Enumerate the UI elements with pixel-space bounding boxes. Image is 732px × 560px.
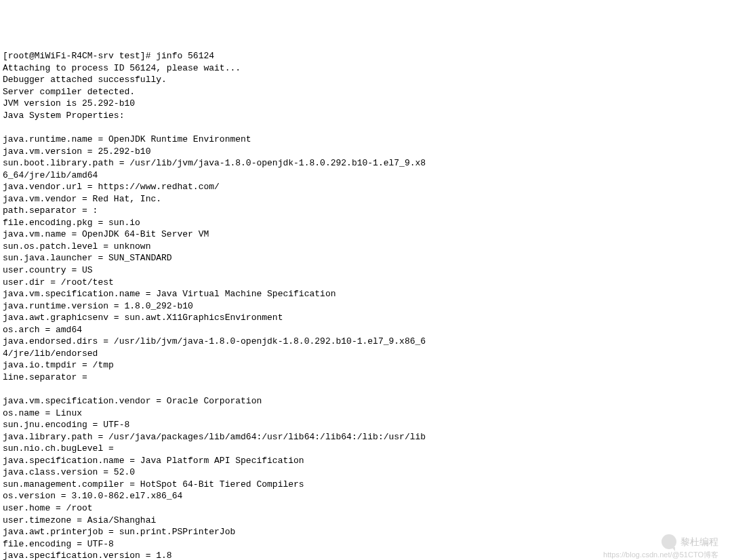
terminal-line: Debugger attached successfully. (3, 74, 729, 86)
terminal-line: java.vm.name = OpenJDK 64-Bit Server VM (3, 228, 729, 241)
terminal-line: java.class.version = 52.0 (3, 466, 729, 479)
terminal-line: line.separator = (3, 372, 729, 384)
terminal-line: java.vm.specification.vendor = Oracle Co… (3, 395, 729, 407)
terminal-line: file.encoding.pkg = sun.io (3, 217, 729, 229)
terminal-line: Java System Properties: (3, 110, 729, 122)
terminal-output: [root@MiWiFi-R4CM-srv test]# jinfo 56124… (3, 50, 729, 560)
terminal-line: user.timezone = Asia/Shanghai (3, 515, 729, 527)
terminal-line: Attaching to process ID 56124, please wa… (3, 62, 729, 75)
terminal-line (3, 384, 729, 396)
terminal-line: [root@MiWiFi-R4CM-srv test]# jinfo 56124 (3, 50, 729, 62)
terminal-line: user.dir = /root/test (3, 277, 729, 289)
watermark: 黎杜编程 (662, 534, 718, 549)
terminal-line: java.runtime.version = 1.8.0_292-b10 (3, 300, 729, 313)
terminal-line: java.vm.version = 25.292-b10 (3, 146, 729, 158)
terminal-line: java.vm.specification.name = Java Virtua… (3, 288, 729, 300)
terminal-line: sun.jnu.encoding = UTF-8 (3, 419, 729, 431)
terminal-line: sun.management.compiler = HotSpot 64-Bit… (3, 479, 729, 491)
terminal-line: java.vendor.url = https://www.redhat.com… (3, 181, 729, 193)
terminal-line: sun.boot.library.path = /usr/lib/jvm/jav… (3, 157, 729, 169)
terminal-line: java.runtime.name = OpenJDK Runtime Envi… (3, 134, 729, 146)
terminal-line: java.specification.name = Java Platform … (3, 455, 729, 467)
terminal-line: file.encoding = UTF-8 (3, 538, 729, 551)
terminal-line: user.country = US (3, 264, 729, 277)
terminal-line: 4/jre/lib/endorsed (3, 348, 729, 360)
terminal-line: user.home = /root (3, 502, 729, 515)
terminal-line (3, 121, 729, 134)
terminal-line: os.name = Linux (3, 407, 729, 420)
chat-icon (662, 534, 676, 549)
watermark-text: 黎杜编程 (680, 536, 718, 548)
terminal-line: java.awt.printerjob = sun.print.PSPrinte… (3, 526, 729, 538)
terminal-line: java.awt.graphicsenv = sun.awt.X11Graphi… (3, 312, 729, 324)
terminal-line: os.version = 3.10.0-862.el7.x86_64 (3, 490, 729, 502)
terminal-line: os.arch = amd64 (3, 324, 729, 336)
terminal-line: java.vm.vendor = Red Hat, Inc. (3, 193, 729, 205)
watermark-sub: https://blog.csdn.net/@51CTO博客 (603, 550, 718, 560)
terminal-line: sun.os.patch.level = unknown (3, 241, 729, 253)
terminal-line: java.endorsed.dirs = /usr/lib/jvm/java-1… (3, 336, 729, 348)
terminal-line: Server compiler detected. (3, 86, 729, 98)
terminal-line: java.library.path = /usr/java/packages/l… (3, 431, 729, 443)
terminal-line: path.separator = : (3, 205, 729, 217)
terminal-line: sun.java.launcher = SUN_STANDARD (3, 252, 729, 264)
terminal-line: 6_64/jre/lib/amd64 (3, 169, 729, 182)
terminal-line: JVM version is 25.292-b10 (3, 98, 729, 110)
terminal-line: sun.nio.ch.bugLevel = (3, 443, 729, 455)
terminal-line: java.io.tmpdir = /tmp (3, 359, 729, 372)
